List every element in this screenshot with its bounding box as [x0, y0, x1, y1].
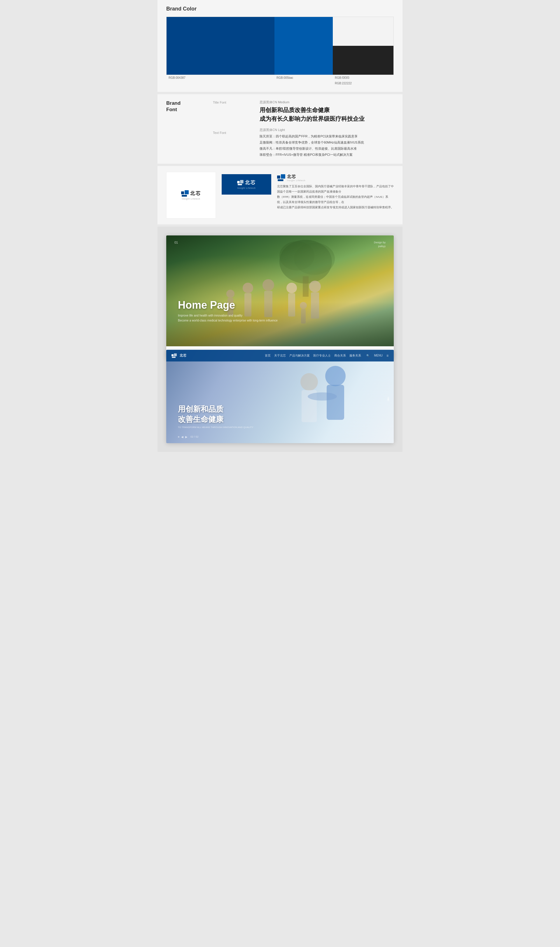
title-font-demo-text: 用创新和品质改善生命健康 成为有长久影响力的世界级医疗科技企业	[260, 106, 394, 123]
svg-rect-35	[172, 357, 175, 358]
svg-rect-3	[237, 181, 240, 183]
label-dark-blue: RGB:004387	[166, 75, 274, 86]
color-labels-row: RGB:004387 RGB:005bac RGB:f3f3f3 RGB:222…	[166, 75, 394, 86]
company-cn-name: 北芯	[287, 174, 305, 179]
label-dark-charcoal: RGB:222222	[332, 80, 394, 86]
page2-nav-link-commercial[interactable]: 商合关系	[334, 354, 346, 358]
svg-rect-33	[171, 354, 174, 356]
hero-text-content: Home Page Improve life and health with i…	[178, 299, 278, 323]
logo-content-row: 北芯 Insight Lifetech 北芯 Insight Lifetech	[166, 172, 394, 219]
logo-en-text-light: Insight Lifetech	[182, 198, 200, 200]
svg-rect-6	[277, 176, 280, 179]
hero-overlay	[166, 236, 394, 346]
label-grays-wrapper: RGB:f3f3f3 RGB:222222	[332, 75, 394, 86]
page2-pagination: ◀ ▶ 02 / 02	[178, 435, 198, 439]
swatch-light-gray	[333, 17, 394, 46]
text-font-name: 思源黑体CN Light	[260, 128, 394, 132]
svg-rect-34	[174, 353, 177, 356]
page2-side-indicator: 北芯生命科技	[387, 395, 390, 398]
logo-dark-bg: 北芯 Insight Lifetech	[222, 174, 271, 195]
page2-search-icon[interactable]: 🔍	[366, 354, 369, 357]
logo-en-text-dark: Insight Lifetech	[237, 187, 255, 189]
hero-image-area: 01 Design by paikyy Home Page Improve li…	[166, 236, 394, 346]
font-row: Brand Font Title Font Text Font 思源黑体CN M…	[166, 100, 394, 158]
page2-menu-icon[interactable]: MENU	[374, 354, 383, 357]
hero-design-credit: Design by paikyy	[374, 241, 386, 249]
svg-rect-29	[327, 385, 344, 420]
logo-cn-text-dark: 北芯	[245, 180, 256, 186]
font-demos: 思源黑体CN Medium 用创新和品质改善生命健康 成为有长久影响力的世界级医…	[260, 100, 394, 158]
page2-nav-link-medical[interactable]: 医疗专业人士	[313, 354, 331, 358]
brand-color-title: Brand Color	[166, 6, 394, 12]
page2-navigation: 北芯 首页 关于北芯 产品与解决方案 医疗专业人士 商合关系 服务关系 🔍 ME…	[166, 350, 394, 362]
company-en-name: Insight Lifetech	[287, 179, 305, 182]
page2-hamburger-icon: ≡	[386, 354, 389, 358]
text-font-demo-block: 思源黑体CN Light 陈芃所至：四个联起高的国产FFR，为精准PCl决策带来…	[260, 128, 394, 158]
logo-section: 北芯 Insight Lifetech 北芯 Insight Lifetech	[157, 166, 403, 224]
logo-icon-light	[181, 190, 189, 197]
swatch-medium-blue	[274, 17, 333, 75]
brand-color-section: Brand Color RGB:004387 RGB:005bac RGB:f3…	[157, 0, 403, 92]
logo-mark-light: 北芯	[181, 190, 201, 197]
logo-mark-dark: 北芯	[237, 180, 256, 186]
svg-rect-5	[238, 184, 242, 185]
pagination-arrow-prev[interactable]: ◀	[181, 435, 183, 439]
swatch-dark-charcoal	[333, 46, 394, 75]
svg-rect-8	[278, 179, 283, 181]
font-type-labels-col: Title Font Text Font	[213, 100, 251, 158]
company-logo-icon	[277, 174, 285, 181]
logo-icon-dark	[237, 180, 243, 185]
hero-main-title: Home Page	[178, 299, 278, 312]
page2-nav-link-about[interactable]: 关于北芯	[274, 354, 286, 358]
company-description: 北芯聚集了五百余位全国际、国内医疗器械产业经验丰富的中青年骨干团队，产品包括了中…	[277, 184, 394, 210]
label-light-gray: RGB:f3f3f3	[332, 75, 394, 80]
svg-rect-7	[281, 174, 285, 179]
svg-rect-4	[240, 180, 243, 183]
page2-nav-link-products[interactable]: 产品与解决方案	[289, 354, 310, 358]
hero-subtitle: Improve life and health with innovation …	[178, 313, 278, 323]
title-font-name: 思源黑体CN Medium	[260, 100, 394, 105]
svg-rect-1	[185, 190, 189, 194]
text-font-label: Text Font	[213, 131, 251, 134]
label-medium-blue: RGB:005bac	[274, 75, 332, 86]
color-swatches-row	[166, 17, 394, 75]
website-frame-1: 01 Design by paikyy Home Page Improve li…	[166, 236, 394, 359]
svg-point-32	[308, 393, 337, 400]
svg-point-30	[300, 373, 318, 391]
swatch-grays	[333, 17, 394, 75]
svg-point-28	[325, 366, 346, 386]
page2-logo-text: 北芯	[180, 353, 187, 358]
brand-font-section: Brand Font Title Font Text Font 思源黑体CN M…	[157, 94, 403, 164]
hero-page-number: 01	[174, 241, 178, 244]
swatch-dark-blue	[166, 17, 274, 75]
page2-nav-link-home[interactable]: 首页	[265, 354, 271, 358]
company-logo-row: 北芯 Insight Lifetech	[277, 174, 394, 182]
page2-hero-text: 用创新和品质 改善生命健康 TO TRANSFORM ALL MEANS THR…	[178, 404, 254, 428]
page2-hero-title: 用创新和品质 改善生命健康	[178, 404, 254, 425]
pagination-count: 02 / 02	[191, 435, 198, 438]
logo-white-bg: 北芯 Insight Lifetech	[166, 172, 216, 219]
pagination-arrow-next[interactable]: ▶	[185, 435, 188, 439]
website-frame-2: 北芯 首页 关于北芯 产品与解决方案 医疗专业人士 商合关系 服务关系 🔍 ME…	[166, 350, 394, 443]
brand-font-label: Brand Font	[166, 100, 204, 113]
page2-people	[277, 359, 376, 440]
page2-hero-subtitle: TO TRANSFORM ALL MEANS THROUGH INNOVATIO…	[178, 426, 254, 428]
svg-rect-2	[182, 195, 187, 197]
title-font-demo-block: 思源黑体CN Medium 用创新和品质改善生命健康 成为有长久影响力的世界级医…	[260, 100, 394, 123]
text-font-demo-lines: 陈芃所至：四个联起高的国产FFR，为精准PCl决策带来临床实践意享 足微裂阀：性…	[260, 133, 394, 158]
font-section-labels: Brand Font	[166, 100, 204, 158]
logo-cn-text-light: 北芯	[190, 191, 201, 197]
svg-rect-0	[181, 191, 184, 194]
page2-logo-icon	[171, 353, 177, 358]
page2-nav-items: 首页 关于北芯 产品与解决方案 医疗专业人士 商合关系 服务关系	[265, 354, 361, 358]
title-font-label: Title Font	[213, 101, 251, 104]
pagination-dot-1	[178, 436, 179, 437]
page2-hero-area: 北芯 首页 关于北芯 产品与解决方案 医疗专业人士 商合关系 服务关系 🔍 ME…	[166, 350, 394, 443]
websites-section: 01 Design by paikyy Home Page Improve li…	[157, 227, 403, 452]
logo-info-col: 北芯 Insight Lifetech 北芯聚集了五百余位全国际、国内医疗器械产…	[277, 172, 394, 210]
page2-nav-link-service[interactable]: 服务关系	[349, 354, 361, 358]
